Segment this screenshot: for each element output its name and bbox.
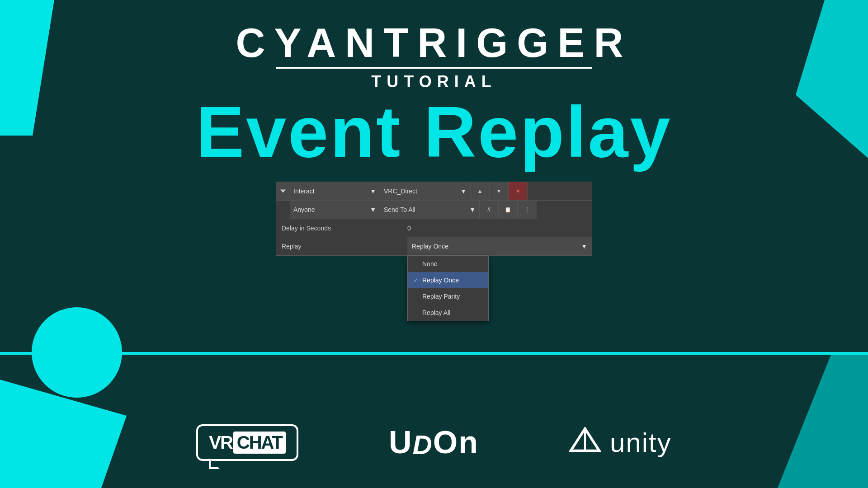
slash-button[interactable]: // bbox=[480, 201, 499, 219]
replay-once-label: Replay Once bbox=[422, 277, 459, 284]
replay-value: Replay Once bbox=[412, 243, 448, 250]
dots-icon: ⋮ bbox=[524, 206, 530, 213]
vrchat-logo: VR CHAT bbox=[196, 424, 298, 461]
anyone-dropdown[interactable]: Anyone ▼ bbox=[290, 201, 380, 219]
vrc-direct-arrow: ▼ bbox=[460, 188, 467, 195]
dropdown-item-replay-parity[interactable]: Replay Parity bbox=[408, 288, 488, 305]
dropdown-item-replay-all[interactable]: Replay All bbox=[408, 305, 488, 321]
udon-d: D bbox=[412, 430, 433, 460]
grid-icon: 📋 bbox=[505, 206, 511, 213]
vrc-direct-dropdown[interactable]: VRC_Direct ▼ bbox=[380, 182, 471, 200]
event-title: Event Replay bbox=[196, 96, 672, 168]
vrchat-vr-text: VR bbox=[209, 432, 232, 453]
logos-section: VR CHAT UDOn unity bbox=[0, 424, 868, 461]
up-arrow-button[interactable]: ▲ bbox=[471, 182, 490, 200]
tutorial-label: TUTORIAL bbox=[371, 72, 496, 91]
interact-dropdown[interactable]: Interact ▼ bbox=[290, 182, 380, 200]
replay-once-check: ✓ bbox=[413, 277, 422, 284]
udon-logo: UDOn bbox=[389, 424, 479, 460]
close-button[interactable]: ✕ bbox=[509, 182, 528, 200]
title-section: CYANTRIGGER TUTORIAL Event Replay bbox=[196, 23, 672, 168]
up-arrow-icon: ▲ bbox=[477, 188, 483, 194]
dots-button[interactable]: ⋮ bbox=[518, 201, 537, 219]
chevron-button-row1[interactable] bbox=[276, 182, 290, 200]
unity-emblem-icon bbox=[569, 427, 601, 459]
replay-all-label: Replay All bbox=[422, 309, 450, 316]
vrc-direct-label: VRC_Direct bbox=[384, 188, 417, 195]
interact-label: Interact bbox=[293, 188, 315, 195]
anyone-arrow: ▼ bbox=[370, 206, 376, 213]
replay-parity-label: Replay Parity bbox=[422, 293, 460, 300]
row4: Replay Replay Once ▼ None ✓ Replay Once … bbox=[276, 237, 592, 255]
dropdown-item-none[interactable]: None bbox=[408, 256, 488, 272]
svg-marker-0 bbox=[280, 189, 286, 192]
delay-label: Delay in Seconds bbox=[276, 225, 407, 232]
delay-value: 0 bbox=[407, 225, 592, 232]
brand-title: CYANTRIGGER bbox=[236, 23, 632, 63]
grid-button[interactable]: 📋 bbox=[499, 201, 518, 219]
row2: Anyone ▼ Send To All ▼ // 📋 ⋮ bbox=[276, 201, 592, 219]
interact-arrow: ▼ bbox=[370, 188, 376, 195]
dropdown-item-replay-once[interactable]: ✓ Replay Once bbox=[408, 272, 488, 288]
close-icon: ✕ bbox=[516, 188, 520, 194]
down-arrow-icon: ▼ bbox=[496, 188, 502, 194]
udon-u: U bbox=[389, 425, 413, 460]
brand-underline bbox=[276, 67, 592, 69]
udon-on: On bbox=[433, 425, 479, 460]
unity-text: unity bbox=[610, 427, 672, 458]
replay-label: Replay bbox=[276, 243, 407, 250]
down-arrow-button[interactable]: ▼ bbox=[490, 182, 509, 200]
slash-icon: // bbox=[487, 206, 491, 213]
none-label: None bbox=[422, 260, 437, 267]
udon-text: UDOn bbox=[389, 424, 479, 460]
replay-all-check bbox=[413, 309, 422, 316]
anyone-label: Anyone bbox=[293, 206, 315, 213]
row1: Interact ▼ VRC_Direct ▼ ▲ ▼ ✕ bbox=[276, 182, 592, 201]
row3: Delay in Seconds 0 bbox=[276, 219, 592, 237]
none-check bbox=[413, 260, 422, 267]
replay-dropdown[interactable]: Replay Once ▼ bbox=[407, 237, 592, 255]
unity-logo: unity bbox=[569, 427, 672, 459]
send-to-all-label: Send To All bbox=[384, 206, 415, 213]
replay-parity-check bbox=[413, 293, 422, 300]
replay-arrow: ▼ bbox=[581, 243, 587, 250]
replay-dropdown-menu: None ✓ Replay Once Replay Parity Replay … bbox=[407, 255, 489, 321]
row2-spacer bbox=[276, 201, 290, 219]
vrchat-bubble: VR CHAT bbox=[196, 424, 298, 461]
send-to-all-dropdown[interactable]: Send To All ▼ bbox=[380, 201, 480, 219]
send-to-all-arrow: ▼ bbox=[469, 206, 476, 213]
main-content: CYANTRIGGER TUTORIAL Event Replay Intera… bbox=[0, 0, 868, 488]
ui-panel: Interact ▼ VRC_Direct ▼ ▲ ▼ ✕ Anyone ▼ bbox=[276, 182, 592, 256]
vrchat-chat-text: CHAT bbox=[233, 432, 286, 454]
svg-line-4 bbox=[571, 428, 585, 450]
